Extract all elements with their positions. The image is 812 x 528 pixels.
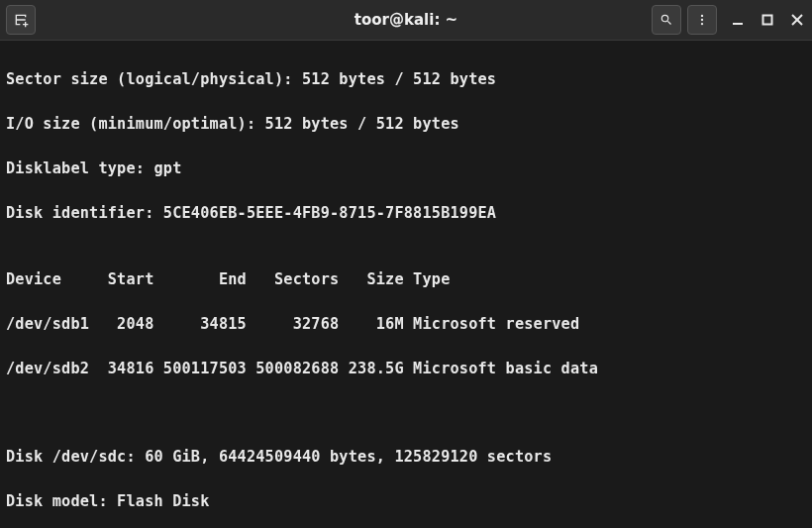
svg-point-0 bbox=[701, 15, 703, 17]
output-line: Disklabel type: gpt bbox=[6, 158, 806, 179]
svg-rect-4 bbox=[763, 16, 772, 25]
table-row: /dev/sdb1 2048 34815 32768 16M Microsoft… bbox=[6, 313, 806, 335]
title-bar-right bbox=[652, 5, 806, 35]
output-line: Sector size (logical/physical): 512 byte… bbox=[6, 68, 806, 90]
minimize-icon bbox=[732, 14, 744, 26]
minimize-button[interactable] bbox=[729, 11, 747, 29]
maximize-button[interactable] bbox=[759, 11, 776, 29]
output-line: I/O size (minimum/optimal): 512 bytes / … bbox=[6, 113, 806, 135]
output-line: Disk model: Flash Disk bbox=[6, 490, 806, 512]
close-button[interactable] bbox=[788, 11, 806, 29]
new-tab-button[interactable] bbox=[6, 5, 36, 35]
window-title: toor@kali: ~ bbox=[355, 11, 457, 29]
menu-button[interactable] bbox=[687, 5, 717, 35]
close-icon bbox=[791, 14, 803, 26]
new-tab-icon bbox=[13, 12, 29, 28]
search-button[interactable] bbox=[652, 5, 681, 35]
disk-header: Disk /dev/sdc: 60 GiB, 64424509440 bytes… bbox=[6, 446, 806, 468]
table-header: Device Start End Sectors Size Type bbox=[6, 268, 806, 290]
output-line: Disk identifier: 5CE406EB-5EEE-4FB9-8715… bbox=[6, 202, 806, 224]
table-row: /dev/sdb2 34816 500117503 500082688 238.… bbox=[6, 358, 806, 379]
kebab-menu-icon bbox=[695, 13, 709, 27]
terminal-output[interactable]: Sector size (logical/physical): 512 byte… bbox=[0, 41, 812, 528]
svg-point-1 bbox=[701, 19, 703, 21]
svg-point-2 bbox=[701, 23, 703, 25]
title-bar: toor@kali: ~ bbox=[0, 0, 812, 41]
search-icon bbox=[660, 13, 673, 27]
maximize-icon bbox=[761, 14, 773, 26]
